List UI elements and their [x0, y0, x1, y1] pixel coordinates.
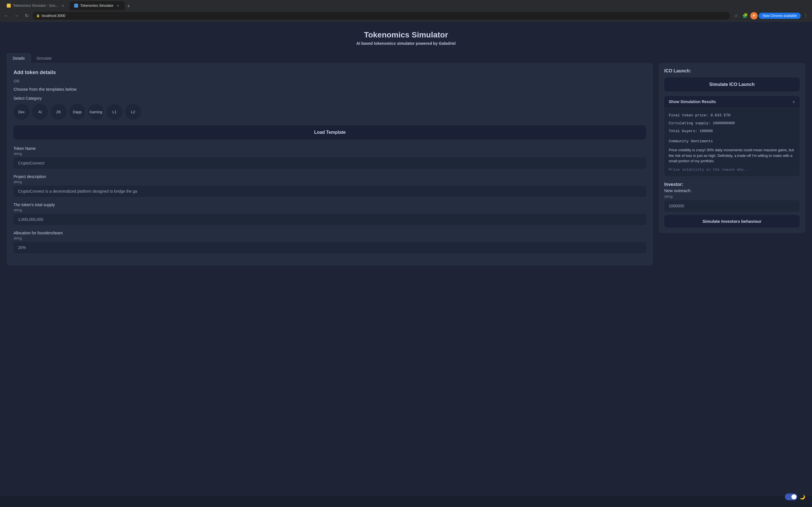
total-supply-group: The token's total supply string — [13, 203, 646, 225]
new-tab-button[interactable]: + — [124, 2, 133, 10]
founders-allocation-input[interactable] — [13, 242, 646, 253]
tab-title-2: Tokenomics Simulator — [80, 4, 113, 8]
load-template-button[interactable]: Load Template — [13, 125, 646, 139]
right-panel-inner: ICO Launch: Simulate ICO Launch Show Sim… — [659, 63, 805, 233]
browser-tabs-bar: Tokenomics Simulator - Goo... ✕ Tokenomi… — [0, 0, 812, 10]
main-tabs: Details Simulate — [7, 54, 805, 63]
category-chip-ai[interactable]: AI — [32, 104, 48, 120]
address-text: localhost:3000 — [42, 13, 65, 18]
outreach-type: string — [664, 194, 800, 199]
back-button[interactable]: ← — [2, 12, 10, 20]
app-container: Tokenomics Simulator AI based tokenomics… — [0, 21, 812, 496]
simulate-ico-button[interactable]: Simulate ICO Launch — [664, 77, 800, 92]
simulation-results-header-text: Show Simulation Results — [669, 100, 716, 104]
app-title: Tokenomics Simulator — [7, 31, 805, 40]
tab-favicon-1 — [7, 4, 11, 8]
category-chip-gaming[interactable]: Gaming — [88, 104, 104, 120]
project-description-input[interactable] — [13, 186, 646, 197]
total-supply-label: The token's total supply — [13, 203, 646, 207]
outreach-input[interactable] — [664, 200, 800, 212]
category-chip-l2[interactable]: L2 — [125, 104, 141, 120]
right-panel: ICO Launch: Simulate ICO Launch Show Sim… — [659, 63, 805, 233]
token-name-group: Token Name string — [13, 146, 646, 169]
simulation-results-panel: Show Simulation Results ∧ Final token pr… — [664, 96, 800, 176]
simulation-results-header[interactable]: Show Simulation Results ∧ — [664, 96, 800, 107]
browser-tab-2[interactable]: Tokenomics Simulator ✕ — [70, 1, 124, 10]
dark-mode-toggle[interactable]: 🌙 — [785, 494, 805, 500]
founders-allocation-label: Allocation for founders/team — [13, 231, 646, 235]
chevron-up-icon: ∧ — [792, 100, 795, 104]
toggle-knob — [792, 494, 797, 499]
simulate-investors-button[interactable]: Simulate Investors behaviour — [664, 215, 800, 228]
founders-allocation-group: Allocation for founders/team string — [13, 231, 646, 253]
tab-simulate[interactable]: Simulate — [31, 54, 57, 63]
profile-button[interactable]: P — [750, 12, 758, 19]
token-name-input[interactable] — [13, 158, 646, 169]
total-buyers: Total buyers: 100000 — [669, 128, 795, 135]
forward-button[interactable]: → — [12, 12, 20, 20]
toggle-switch[interactable] — [785, 494, 797, 500]
add-token-title: Add token details — [13, 69, 646, 75]
reload-button[interactable]: ↻ — [22, 12, 31, 20]
token-name-label: Token Name — [13, 146, 646, 151]
simulation-results-body: Final token price: 0.015 ETH Circulating… — [664, 107, 800, 176]
app-header: Tokenomics Simulator AI based tokenomics… — [7, 31, 805, 46]
tab-close-2[interactable]: ✕ — [116, 3, 120, 8]
tab-favicon-2 — [74, 4, 78, 8]
project-description-group: Project description string — [13, 174, 646, 197]
select-category-label: Select Category — [13, 96, 646, 101]
app-subtitle: AI based tokenomics simulator powered by… — [7, 41, 805, 46]
founders-allocation-type: string — [13, 236, 646, 240]
menu-button[interactable]: ⋮ — [802, 12, 810, 20]
investor-label: Investor: — [664, 182, 800, 187]
sentiment-text-faded: Price volatility is the reason why... — [669, 166, 795, 172]
toolbar-icons: ☆ 🧩 P New Chrome available ⋮ — [732, 12, 810, 20]
community-sentiments-label: Community Sentiments — [669, 138, 795, 145]
choose-template-text: Choose from the templates below — [13, 87, 646, 92]
final-token-price: Final token price: 0.015 ETH — [669, 112, 795, 119]
main-content: Add token details OR Choose from the tem… — [7, 63, 805, 266]
address-bar[interactable]: 🔒 localhost:3000 — [33, 12, 730, 20]
new-outreach-label: New outreach: — [664, 188, 800, 193]
category-chip-zk[interactable]: ZK — [51, 104, 66, 120]
ico-launch-label: ICO Launch: — [664, 68, 800, 73]
extensions-button[interactable]: 🧩 — [741, 12, 749, 20]
sentiment-text: Price volatility is crazy! 30% daily mov… — [669, 147, 795, 164]
address-bar-row: ← → ↻ 🔒 localhost:3000 ☆ 🧩 P New Chrome … — [0, 10, 812, 21]
bookmark-button[interactable]: ☆ — [732, 12, 740, 20]
category-chips: Dex AI ZK Dapp Gaming L1 L2 — [13, 104, 646, 120]
token-name-type: string — [13, 152, 646, 156]
investor-section: Investor: New outreach: string Simulate … — [664, 182, 800, 228]
tab-close-1[interactable]: ✕ — [61, 3, 65, 8]
category-chip-dapp[interactable]: Dapp — [69, 104, 85, 120]
moon-icon: 🌙 — [800, 494, 805, 500]
total-supply-type: string — [13, 208, 646, 212]
left-panel: Add token details OR Choose from the tem… — [7, 63, 653, 266]
total-supply-input[interactable] — [13, 214, 646, 225]
category-chip-dex[interactable]: Dex — [13, 104, 29, 120]
tab-title-1: Tokenomics Simulator - Goo... — [13, 4, 58, 8]
browser-tab-1[interactable]: Tokenomics Simulator - Goo... ✕ — [2, 1, 70, 10]
category-chip-l1[interactable]: L1 — [107, 104, 122, 120]
circulating-supply: Circulating supply: 1000000000 — [669, 120, 795, 127]
lock-icon: 🔒 — [36, 14, 40, 17]
new-chrome-button[interactable]: New Chrome available — [759, 13, 801, 19]
or-divider: OR — [13, 79, 646, 83]
tab-details[interactable]: Details — [7, 54, 31, 63]
project-description-label: Project description — [13, 174, 646, 179]
project-description-type: string — [13, 180, 646, 184]
